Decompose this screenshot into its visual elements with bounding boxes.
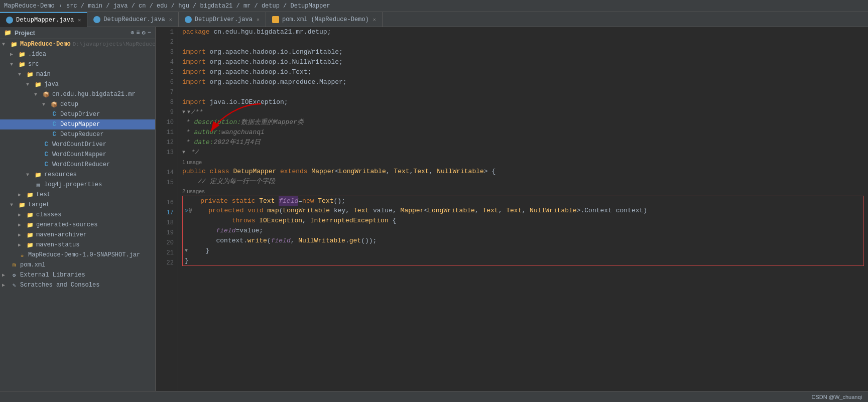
tree-item-jar[interactable]: ☕ MapReduce-Demo-1.0-SNAPSHOT.jar bbox=[0, 250, 155, 260]
tree-item-test[interactable]: ▶ 📁 test bbox=[0, 190, 155, 200]
code-text: (); bbox=[334, 196, 345, 206]
tree-item-detup-reducer[interactable]: C DetupReducer bbox=[0, 129, 155, 140]
sidebar-action-icon[interactable]: ⊕ bbox=[131, 29, 134, 37]
tree-collapse-icon: ▶ bbox=[18, 192, 26, 198]
tab-pom-xml[interactable]: pom.xml (MapReduce-Demo) ✕ bbox=[266, 12, 383, 27]
tree-item-wordcount-driver[interactable]: C WordCountDriver bbox=[0, 140, 155, 150]
jar-icon: ☕ bbox=[18, 251, 26, 259]
tabs-bar: DetupMapper.java ✕ DetupReducer.java ✕ D… bbox=[0, 12, 868, 27]
separator: , bbox=[410, 167, 414, 177]
field-name-highlight: field bbox=[279, 196, 298, 206]
sidebar-gear-icon[interactable]: ⚙ bbox=[142, 29, 146, 37]
tab-close-icon[interactable]: ✕ bbox=[169, 17, 172, 23]
tree-item-src[interactable]: ▼ 📁 src bbox=[0, 59, 155, 69]
tree-item-idea[interactable]: ▶ 📁 .idea bbox=[0, 49, 155, 59]
param-name: value, bbox=[373, 206, 401, 216]
tree-collapse-icon: ▶ bbox=[18, 212, 26, 218]
tree-item-generated-sources[interactable]: ▶ 📁 generated-sources bbox=[0, 220, 155, 230]
import-name: org.apache.hadoop.io.LongWritable; bbox=[210, 47, 343, 57]
tree-item-detup[interactable]: ▼ 📦 detup bbox=[0, 99, 155, 109]
tab-detup-reducer[interactable]: DetupReducer.java ✕ bbox=[87, 12, 178, 27]
tab-detup-mapper[interactable]: DetupMapper.java ✕ bbox=[0, 12, 87, 27]
keyword: throws bbox=[232, 216, 260, 226]
tree-label: pom.xml bbox=[20, 261, 45, 269]
generic-params: < bbox=[335, 167, 339, 177]
tree-item-resources[interactable]: ▼ 📁 resources bbox=[0, 170, 155, 180]
folder-icon: 📁 bbox=[18, 201, 26, 209]
java-icon: C bbox=[42, 151, 50, 159]
tree-item-classes[interactable]: ▶ 📁 classes bbox=[0, 210, 155, 220]
import-name: org.apache.hadoop.io.NullWritable; bbox=[210, 57, 343, 67]
code-text: , bbox=[291, 236, 299, 246]
tree-item-detup-mapper[interactable]: C DetupMapper bbox=[0, 119, 155, 129]
tree-label: test bbox=[36, 191, 51, 198]
keyword: class bbox=[210, 167, 233, 177]
code-line-17: ⊙ @ protected void map ( LongWritable ke… bbox=[182, 206, 864, 216]
param-name: key, bbox=[334, 206, 353, 216]
tab-close-icon[interactable]: ✕ bbox=[78, 17, 81, 23]
indent bbox=[193, 206, 208, 216]
usage-hint-line: 1 usage bbox=[182, 158, 864, 167]
path-separator: › bbox=[59, 3, 62, 10]
separator: , bbox=[386, 167, 394, 177]
tree-item-maven-archiver[interactable]: ▶ 📁 maven-archiver bbox=[0, 230, 155, 240]
keyword: import bbox=[182, 47, 210, 57]
tab-detup-driver[interactable]: DetupDriver.java ✕ bbox=[179, 12, 266, 27]
code-line-15: // 定义为每一行一个字段 bbox=[182, 177, 864, 187]
code-text: , bbox=[302, 216, 310, 226]
line-num: 8 bbox=[160, 97, 174, 107]
code-editor[interactable]: 1 2 3 4 5 6 7 8 9 10 11 12 13 14 15 16 1… bbox=[156, 27, 868, 391]
tab-close-icon[interactable]: ✕ bbox=[373, 17, 376, 23]
code-line-22: } bbox=[182, 256, 864, 266]
tree-label: MapReduce-Demo bbox=[20, 41, 71, 48]
code-text: ( bbox=[279, 206, 283, 216]
tree-item-wordcount-reducer[interactable]: C WordCountReducer bbox=[0, 160, 155, 170]
type-name: LongWritable bbox=[428, 206, 475, 216]
folder-icon: 📁 bbox=[26, 241, 34, 249]
package-name: cn.edu.hgu.bigdata21.mr.detup; bbox=[213, 27, 331, 37]
tree-label: maven-archiver bbox=[36, 231, 87, 238]
sidebar-list-icon[interactable]: ≡ bbox=[136, 29, 140, 37]
collapse-icon2: ▼ bbox=[187, 107, 190, 117]
tree-collapse-icon: ▶ bbox=[10, 51, 18, 57]
status-credit: CSDN @W_chuanqi bbox=[812, 394, 862, 400]
class-name: Mapper bbox=[311, 167, 335, 177]
tree-item-pom[interactable]: m pom.xml bbox=[0, 260, 155, 270]
line-num: 5 bbox=[160, 67, 174, 77]
code-text: , bbox=[522, 206, 530, 216]
code-line-23 bbox=[182, 266, 864, 276]
tree-item-main[interactable]: ▼ 📁 main bbox=[0, 69, 155, 79]
sidebar-minimize-icon[interactable]: − bbox=[148, 29, 151, 37]
folder-icon: 📁 bbox=[26, 221, 34, 229]
java-icon: C bbox=[42, 161, 50, 169]
tree-item-detup-driver[interactable]: C DetupDriver bbox=[0, 109, 155, 119]
line-num: 9 bbox=[160, 107, 174, 117]
tree-item-ext-libs[interactable]: ▶ ⚙ External Libraries bbox=[0, 270, 155, 280]
tree-item-wordcount-mapper[interactable]: C WordCountMapper bbox=[0, 150, 155, 160]
folder-icon: 📁 bbox=[26, 231, 34, 239]
tab-close-icon[interactable]: ✕ bbox=[257, 17, 260, 23]
gutter-override-icon: ⊙ bbox=[185, 206, 188, 216]
tree-item-scratches[interactable]: ▶ ✎ Scratches and Consoles bbox=[0, 280, 155, 290]
code-text: ()); bbox=[361, 236, 377, 246]
tree-label: target bbox=[28, 201, 50, 208]
line-num: 13 bbox=[160, 148, 174, 158]
code-text: } bbox=[185, 256, 189, 266]
folder-icon: 📁 bbox=[10, 40, 18, 48]
folder-icon: 📁 bbox=[18, 60, 26, 68]
tree-item-java[interactable]: ▼ 📁 java bbox=[0, 79, 155, 89]
tree-collapse-icon: ▶ bbox=[18, 232, 26, 238]
code-lines[interactable]: package cn.edu.hgu.bigdata21.mr.detup; i… bbox=[178, 27, 868, 391]
code-line-20: context. write ( field , NullWritable . … bbox=[182, 236, 864, 246]
tree-item-target[interactable]: ▼ 📁 target bbox=[0, 200, 155, 210]
folder-icon: 📁 bbox=[34, 171, 42, 179]
folder-icon: 📦 bbox=[42, 90, 50, 98]
tree-root[interactable]: ▼ 📁 MapReduce-Demo D:\javaprojects\MapRe… bbox=[0, 39, 155, 49]
tree-item-maven-status[interactable]: ▶ 📁 maven-status bbox=[0, 240, 155, 250]
java-icon: C bbox=[50, 120, 58, 128]
code-line-16: private static Text field = new Text (); bbox=[182, 196, 864, 206]
tree-collapse-icon: ▼ bbox=[10, 202, 18, 208]
tree-item-log4j[interactable]: ▤ log4j.properties bbox=[0, 180, 155, 190]
tree-item-package[interactable]: ▼ 📦 cn.edu.hgu.bigdata21.mr bbox=[0, 89, 155, 99]
comment: * bbox=[182, 117, 194, 127]
